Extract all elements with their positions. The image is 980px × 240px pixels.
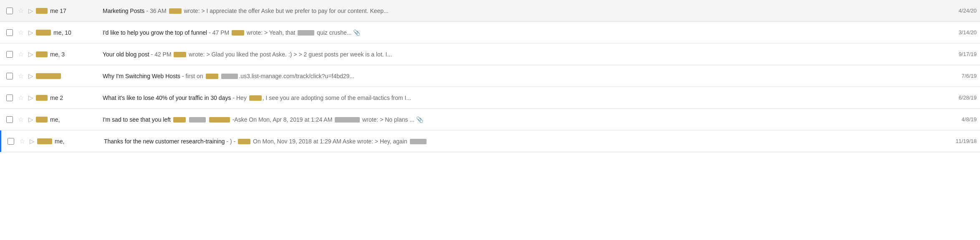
email-subject: Marketing Posts (103, 8, 144, 14)
sender-name: me, (55, 138, 64, 145)
star-icon[interactable]: ☆ (19, 137, 25, 145)
forward-icon[interactable]: ▷ (28, 29, 33, 36)
email-row[interactable]: ☆▷Why I'm Switching Web Hosts- first on … (0, 65, 980, 87)
row-checkbox[interactable] (8, 138, 14, 145)
content-col: Marketing Posts- 36 AM wrote: > I apprec… (103, 8, 947, 14)
email-row[interactable]: ☆▷me 17Marketing Posts- 36 AM wrote: > I… (0, 0, 980, 22)
row-checkbox[interactable] (6, 94, 13, 101)
star-col: ☆ (16, 94, 26, 102)
email-subject: I'd like to help you grow the top of fun… (103, 29, 207, 36)
sender-avatar (36, 51, 48, 57)
forward-icon[interactable]: ▷ (28, 51, 33, 58)
redacted-block (410, 139, 427, 144)
email-snippet: - ) - On Mon, Nov 19, 2018 at 1:29 AM As… (226, 138, 427, 145)
email-row[interactable]: ☆▷me, 10I'd like to help you grow the to… (0, 22, 980, 43)
checkbox-col (5, 138, 17, 145)
content-col: I'd like to help you grow the top of fun… (103, 29, 947, 36)
email-row[interactable]: ☆▷me,I'm sad to see that you left -Aske … (0, 109, 980, 130)
email-subject: Thanks for the new customer research-tra… (104, 138, 225, 145)
redacted-block (206, 74, 218, 79)
sender-col: me 17 (36, 8, 103, 14)
forward-col: ▷ (26, 51, 36, 58)
redacted-block (298, 30, 314, 36)
email-date: 6/28/19 (947, 94, 977, 101)
attachment-icon: 📎 (353, 29, 360, 36)
email-subject: I'm sad to see that you left (103, 116, 171, 123)
star-icon[interactable]: ☆ (18, 72, 24, 80)
redacted-block (209, 117, 230, 123)
email-snippet: - 36 AM wrote: > I appreciate the offer … (146, 8, 388, 14)
email-row[interactable]: ☆▷me,Thanks for the new customer researc… (0, 130, 980, 152)
email-row[interactable]: ☆▷me, 3Your old blog post- 42 PM wrote: … (0, 43, 980, 65)
email-row[interactable]: ☆▷me 2What it's like to lose 40% of your… (0, 87, 980, 109)
redacted-block (189, 117, 206, 123)
email-date: 7/6/19 (947, 73, 977, 79)
sender-avatar (36, 30, 51, 36)
star-col: ☆ (16, 28, 26, 36)
checkbox-col (3, 8, 16, 14)
forward-icon[interactable]: ▷ (28, 72, 33, 80)
redacted-block (174, 52, 186, 57)
star-col: ☆ (16, 7, 26, 15)
checkbox-col (3, 29, 16, 36)
checkbox-col (3, 73, 16, 79)
content-col: Your old blog post- 42 PM wrote: > Glad … (103, 51, 947, 58)
sender-name: me, 10 (53, 29, 71, 36)
sender-avatar (36, 73, 61, 79)
forward-col: ▷ (26, 94, 36, 102)
attachment-icon: 📎 (416, 116, 423, 123)
redacted-block (335, 117, 360, 123)
forward-col: ▷ (26, 29, 36, 36)
star-icon[interactable]: ☆ (18, 94, 24, 102)
forward-icon[interactable]: ▷ (28, 7, 33, 15)
content-col: I'm sad to see that you left -Aske On Mo… (103, 116, 947, 123)
star-icon[interactable]: ☆ (18, 50, 24, 58)
redacted-block (232, 30, 244, 36)
row-checkbox[interactable] (6, 51, 13, 58)
sender-col: me, (37, 138, 104, 145)
redacted-block (173, 117, 186, 123)
star-icon[interactable]: ☆ (18, 7, 24, 15)
sender-name: me, (50, 116, 60, 123)
sender-col: me, 3 (36, 51, 103, 58)
row-checkbox[interactable] (6, 73, 13, 79)
star-col: ☆ (16, 72, 26, 80)
row-checkbox[interactable] (6, 116, 13, 123)
star-col: ☆ (16, 115, 26, 123)
sender-col: me, 10 (36, 29, 103, 36)
email-snippet: - first on .us3.list-manage.com/track/cl… (182, 73, 354, 79)
content-col: Thanks for the new customer research-tra… (104, 138, 947, 145)
email-snippet: -Aske On Mon, Apr 8, 2019 at 1:24 AM wro… (172, 116, 414, 123)
email-snippet: - 47 PM wrote: > Yeah, that quiz crushe.… (209, 29, 351, 36)
row-checkbox[interactable] (6, 29, 13, 36)
email-date: 9/17/19 (947, 51, 977, 57)
sender-avatar (36, 8, 48, 14)
sender-name: me, 3 (50, 51, 65, 58)
redacted-block (238, 139, 250, 144)
star-col: ☆ (16, 50, 26, 58)
checkbox-col (3, 116, 16, 123)
redacted-block (221, 74, 238, 79)
star-icon[interactable]: ☆ (18, 28, 24, 36)
email-subject: Why I'm Switching Web Hosts (103, 73, 180, 79)
forward-icon[interactable]: ▷ (28, 94, 33, 102)
checkbox-col (3, 51, 16, 58)
sender-col: me, (36, 116, 103, 123)
star-icon[interactable]: ☆ (18, 115, 24, 123)
row-checkbox[interactable] (6, 8, 13, 14)
sender-name: me 17 (50, 8, 66, 14)
content-col: Why I'm Switching Web Hosts- first on .u… (103, 73, 947, 79)
sender-col: me 2 (36, 94, 103, 101)
email-subject: Your old blog post (103, 51, 149, 58)
star-col: ☆ (17, 137, 27, 145)
forward-col: ▷ (27, 138, 37, 145)
redacted-block (169, 8, 182, 14)
forward-col: ▷ (26, 7, 36, 15)
forward-icon[interactable]: ▷ (30, 138, 35, 145)
email-subject: What it's like to lose 40% of your traff… (103, 94, 231, 101)
sender-col (36, 73, 103, 79)
email-snippet: - Hey , I see you are adopting some of t… (232, 94, 411, 101)
forward-icon[interactable]: ▷ (28, 116, 33, 123)
email-date: 3/14/20 (947, 29, 977, 36)
email-date: 11/19/18 (947, 138, 977, 144)
